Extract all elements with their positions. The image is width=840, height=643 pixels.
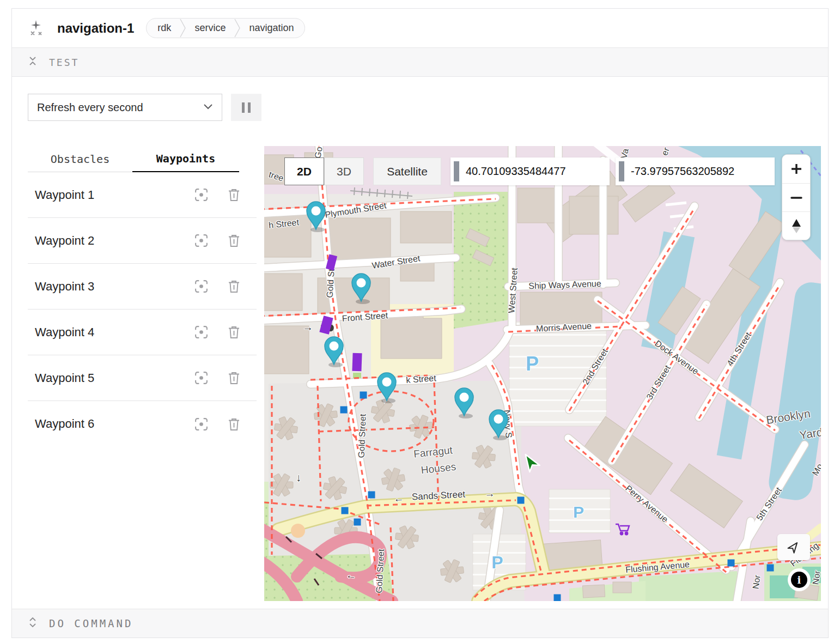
- do-command-label: DO COMMAND: [49, 617, 133, 629]
- test-section-toggle[interactable]: TEST: [12, 48, 828, 77]
- zoom-out-button[interactable]: [782, 183, 810, 211]
- test-section-label: TEST: [49, 57, 79, 68]
- breadcrumb-separator-icon: [234, 19, 240, 38]
- waypoint-pin[interactable]: [320, 333, 348, 368]
- obstacle-marker: [352, 353, 362, 371]
- locate-button[interactable]: [777, 534, 810, 560]
- waypoint-row: Waypoint 5: [28, 355, 257, 401]
- waypoint-row: Waypoint 6: [28, 401, 257, 447]
- tab-waypoints[interactable]: Waypoints: [132, 146, 239, 172]
- panel-tabs: ObstaclesWaypoints: [28, 146, 257, 172]
- locate-arrow-icon: [787, 540, 801, 554]
- map-view-toggle: 2D 3D: [284, 157, 364, 185]
- longitude-input[interactable]: [624, 165, 775, 178]
- waypoints-panel: ObstaclesWaypoints Waypoint 1 Waypoint 2…: [28, 146, 257, 601]
- crossing-marker: [728, 560, 735, 567]
- info-button[interactable]: i: [788, 568, 811, 591]
- compass-south-icon: [793, 227, 800, 233]
- longitude-field: [616, 157, 775, 185]
- refresh-rate-value: Refresh every second: [37, 101, 143, 114]
- breadcrumb: rdkservicenavigation: [146, 18, 305, 38]
- pause-button[interactable]: [231, 94, 261, 121]
- crossing-marker: [354, 519, 361, 526]
- breadcrumb-separator-icon: [180, 19, 186, 38]
- delete-waypoint-button[interactable]: [228, 371, 240, 385]
- waypoint-label: Waypoint 5: [35, 371, 94, 385]
- latitude-field: [451, 157, 610, 185]
- waypoint-label: Waypoint 1: [35, 188, 94, 202]
- latitude-drag-handle[interactable]: [454, 161, 459, 181]
- waypoint-label: Waypoint 3: [35, 280, 94, 294]
- focus-waypoint-button[interactable]: [194, 187, 209, 202]
- crossing-marker: [360, 392, 367, 399]
- delete-waypoint-button[interactable]: [228, 325, 240, 339]
- map-2d-button[interactable]: 2D: [284, 157, 324, 185]
- waypoint-pin[interactable]: [373, 369, 400, 404]
- compass-button[interactable]: [782, 211, 810, 240]
- focus-waypoint-button[interactable]: [194, 371, 209, 385]
- sparkle-icon: [28, 19, 47, 38]
- breadcrumb-item: rdk: [149, 22, 180, 34]
- zoom-in-button[interactable]: [782, 155, 810, 183]
- latitude-input[interactable]: [459, 165, 610, 178]
- page-title: navigation-1: [57, 21, 134, 36]
- waypoint-label: Waypoint 2: [35, 234, 94, 248]
- waypoint-row: Waypoint 4: [28, 310, 257, 355]
- crossing-marker: [518, 497, 525, 504]
- delete-waypoint-button[interactable]: [228, 188, 240, 202]
- zoom-controls: [782, 154, 811, 240]
- focus-waypoint-button[interactable]: [194, 233, 209, 248]
- crossing-marker: [767, 565, 774, 572]
- waypoint-list: Waypoint 1 Waypoint 2 Waypoint 3 Waypoin…: [28, 172, 257, 447]
- do-command-section-toggle[interactable]: DO COMMAND: [12, 609, 828, 638]
- longitude-drag-handle[interactable]: [619, 161, 624, 181]
- waypoint-pin[interactable]: [348, 270, 375, 305]
- info-icon: i: [791, 572, 807, 588]
- waypoint-label: Waypoint 4: [35, 325, 94, 339]
- refresh-rate-select[interactable]: Refresh every second: [28, 94, 222, 121]
- map[interactable]: GotreePlymouth Streeth StreetWater Stree…: [264, 146, 821, 601]
- breadcrumb-item: service: [186, 22, 234, 34]
- crossing-marker: [554, 595, 561, 602]
- navigation-service-card: navigation-1 rdkservicenavigation TEST R…: [11, 8, 829, 638]
- map-3d-button[interactable]: 3D: [324, 157, 364, 185]
- waypoint-pin[interactable]: [451, 384, 478, 419]
- waypoint-pin[interactable]: [485, 406, 512, 441]
- collapse-icon: [28, 55, 37, 69]
- focus-waypoint-button[interactable]: [194, 279, 209, 294]
- tab-obstacles[interactable]: Obstacles: [28, 146, 132, 172]
- breadcrumb-item: navigation: [240, 22, 302, 34]
- waypoint-row: Waypoint 3: [28, 264, 257, 310]
- crossing-marker: [368, 492, 375, 499]
- focus-waypoint-button[interactable]: [194, 417, 209, 432]
- crossing-marker: [342, 507, 349, 514]
- waypoint-row: Waypoint 2: [28, 218, 257, 264]
- map-canvas: [264, 146, 821, 601]
- compass-north-icon: [792, 219, 801, 227]
- crossing-marker: [340, 407, 348, 414]
- waypoint-row: Waypoint 1: [28, 172, 257, 218]
- expand-icon: [28, 616, 37, 630]
- satellite-button[interactable]: Satellite: [373, 157, 441, 185]
- waypoint-label: Waypoint 6: [35, 417, 94, 431]
- card-header: navigation-1 rdkservicenavigation: [12, 9, 828, 48]
- delete-waypoint-button[interactable]: [228, 417, 240, 431]
- delete-waypoint-button[interactable]: [228, 280, 240, 293]
- delete-waypoint-button[interactable]: [228, 234, 240, 247]
- waypoint-pin[interactable]: [302, 198, 330, 233]
- chevron-down-icon: [203, 102, 213, 112]
- focus-waypoint-button[interactable]: [194, 325, 209, 339]
